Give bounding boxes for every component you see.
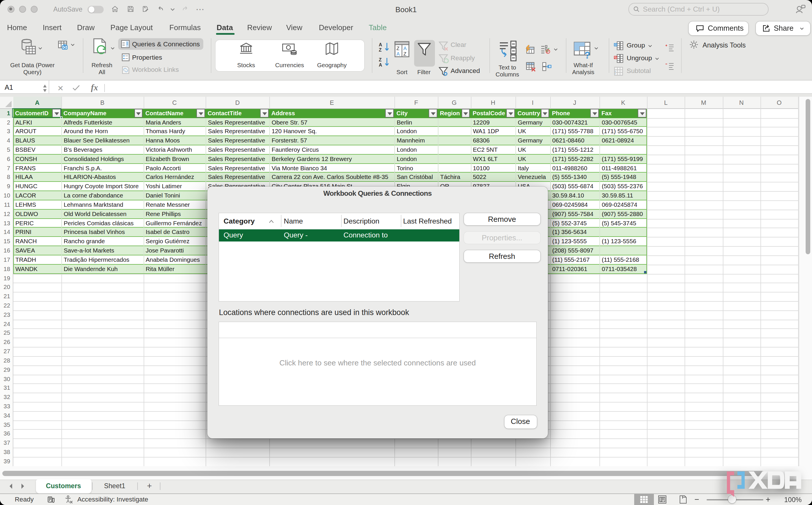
svg-text:Z: Z — [379, 47, 382, 52]
svg-text:Z: Z — [379, 57, 382, 62]
svg-text:A: A — [396, 51, 400, 57]
svg-text:A: A — [403, 46, 407, 51]
svg-text:?: ? — [585, 49, 591, 60]
svg-text:Z: Z — [396, 46, 399, 51]
svg-text:A: A — [379, 62, 382, 67]
svg-text:A: A — [379, 42, 382, 47]
svg-text:Z: Z — [403, 51, 406, 57]
